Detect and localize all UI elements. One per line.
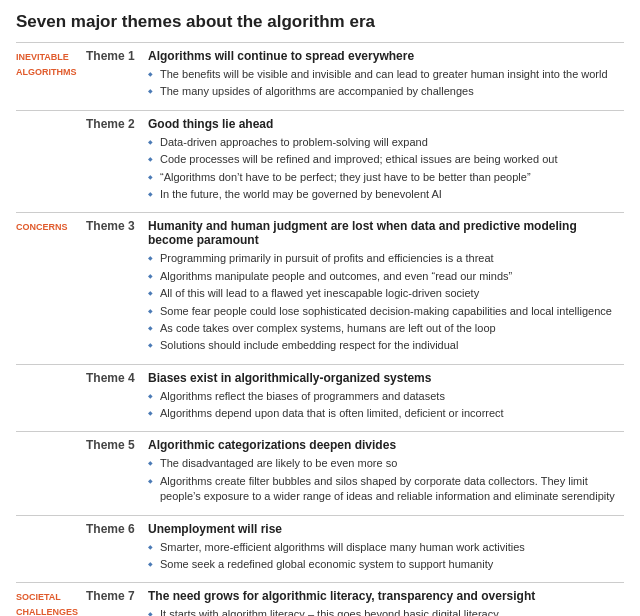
bullet-item: Some seek a redefined global economic sy… [148,557,624,572]
bullet-item: Smarter, more-efficient algorithms will … [148,540,624,555]
theme-content-theme4: Biases exist in algorithmically-organize… [148,364,624,432]
theme-label-theme5: Theme 5 [86,432,148,515]
theme-row-theme2: Theme 2Good things lie aheadData-driven … [16,110,624,213]
theme-content-theme2: Good things lie aheadData-driven approac… [148,110,624,213]
theme-row-theme7: SOCIETAL CHALLENGESTheme 7The need grows… [16,583,624,616]
bullet-item: Code processes will be refined and impro… [148,152,624,167]
theme-row-theme6: Theme 6Unemployment will riseSmarter, mo… [16,515,624,583]
section-label-concerns [16,432,86,515]
theme-label-theme3: Theme 3 [86,213,148,364]
section-label-text-societal: SOCIETAL CHALLENGES [16,592,78,616]
theme-title-theme5: Algorithmic categorizations deepen divid… [148,438,624,452]
bullet-item: “Algorithms don’t have to be perfect; th… [148,170,624,185]
section-label-text-concerns: CONCERNS [16,222,68,232]
section-label-societal: SOCIETAL CHALLENGES [16,583,86,616]
bullet-item: As code takes over complex systems, huma… [148,321,624,336]
theme-title-theme4: Biases exist in algorithmically-organize… [148,371,624,385]
theme-label-theme4: Theme 4 [86,364,148,432]
theme-label-theme6: Theme 6 [86,515,148,583]
section-label-concerns [16,364,86,432]
theme-content-theme5: Algorithmic categorizations deepen divid… [148,432,624,515]
bullet-list-theme5: The disadvantaged are likely to be even … [148,456,624,504]
section-label-inevitable: INEVITABLE ALGORITHMS [16,43,86,111]
theme-content-theme3: Humanity and human judgment are lost whe… [148,213,624,364]
bullet-item: Algorithms depend upon data that is ofte… [148,406,624,421]
theme-label-theme1: Theme 1 [86,43,148,111]
bullet-item: In the future, the world may be governed… [148,187,624,202]
theme-title-theme7: The need grows for algorithmic literacy,… [148,589,624,603]
theme-content-theme7: The need grows for algorithmic literacy,… [148,583,624,616]
bullet-item: It starts with algorithm literacy – this… [148,607,624,616]
theme-row-theme5: Theme 5Algorithmic categorizations deepe… [16,432,624,515]
theme-row-theme1: INEVITABLE ALGORITHMSTheme 1Algorithms w… [16,43,624,111]
theme-label-theme7: Theme 7 [86,583,148,616]
theme-label-theme2: Theme 2 [86,110,148,213]
page-wrapper: Seven major themes about the algorithm e… [0,0,640,616]
theme-content-theme1: Algorithms will continue to spread every… [148,43,624,111]
bullet-list-theme6: Smarter, more-efficient algorithms will … [148,540,624,573]
bullet-item: Solutions should include embedding respe… [148,338,624,353]
theme-content-theme6: Unemployment will riseSmarter, more-effi… [148,515,624,583]
section-label-inevitable [16,110,86,213]
bullet-item: The benefits will be visible and invisib… [148,67,624,82]
bullet-list-theme3: Programming primarily in pursuit of prof… [148,251,624,353]
bullet-list-theme7: It starts with algorithm literacy – this… [148,607,624,616]
section-label-concerns [16,515,86,583]
bullet-list-theme4: Algorithms reflect the biases of program… [148,389,624,422]
theme-title-theme2: Good things lie ahead [148,117,624,131]
page-title: Seven major themes about the algorithm e… [16,12,624,32]
bullet-item: Programming primarily in pursuit of prof… [148,251,624,266]
bullet-item: Algorithms manipulate people and outcome… [148,269,624,284]
bullet-item: Some fear people could lose sophisticate… [148,304,624,319]
bullet-item: Data-driven approaches to problem-solvin… [148,135,624,150]
bullet-item: Algorithms create filter bubbles and sil… [148,474,624,505]
bullet-item: The disadvantaged are likely to be even … [148,456,624,471]
theme-row-theme4: Theme 4Biases exist in algorithmically-o… [16,364,624,432]
bullet-list-theme2: Data-driven approaches to problem-solvin… [148,135,624,203]
bullet-item: The many upsides of algorithms are accom… [148,84,624,99]
theme-title-theme1: Algorithms will continue to spread every… [148,49,624,63]
bullet-item: All of this will lead to a flawed yet in… [148,286,624,301]
theme-title-theme6: Unemployment will rise [148,522,624,536]
bullet-list-theme1: The benefits will be visible and invisib… [148,67,624,100]
section-label-text-inevitable: INEVITABLE ALGORITHMS [16,52,77,77]
main-table: INEVITABLE ALGORITHMSTheme 1Algorithms w… [16,42,624,616]
theme-row-theme3: CONCERNSTheme 3Humanity and human judgme… [16,213,624,364]
section-label-concerns: CONCERNS [16,213,86,364]
theme-title-theme3: Humanity and human judgment are lost whe… [148,219,624,247]
bullet-item: Algorithms reflect the biases of program… [148,389,624,404]
